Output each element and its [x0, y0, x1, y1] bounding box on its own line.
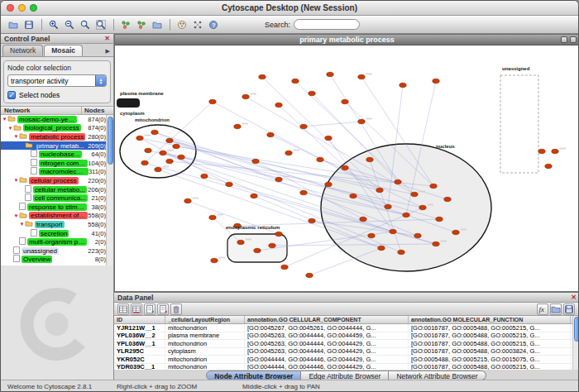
graph-node[interactable]	[145, 148, 151, 152]
graph-node[interactable]	[234, 124, 241, 128]
tree-row[interactable]: cell communica...21(0)	[1, 194, 113, 203]
graph-node[interactable]	[395, 179, 401, 184]
graph-node[interactable]	[398, 250, 404, 254]
graph-node[interactable]	[403, 213, 409, 217]
table-scrollbar[interactable]	[572, 316, 579, 371]
tree-row[interactable]: ▼biological_process874(0)	[1, 124, 113, 133]
tree-scrollbar[interactable]	[106, 115, 113, 265]
tree-scrollbar-thumb[interactable]	[108, 117, 113, 165]
graph-node[interactable]	[411, 192, 418, 196]
data-panel-close-icon[interactable]	[571, 294, 577, 301]
tree-row[interactable]: nitrogen compo...104(0)	[1, 159, 113, 168]
graph-node[interactable]	[390, 229, 396, 233]
graph-node[interactable]	[226, 182, 232, 186]
graph-node[interactable]	[209, 99, 216, 103]
create-network-icon[interactable]	[134, 17, 149, 32]
tree-row[interactable]: ▼cellular process220(0)	[1, 176, 113, 185]
graph-node[interactable]	[269, 243, 275, 247]
table-row[interactable]: YLR295Ccytoplasm[GO:0045263, GO:0044444,…	[114, 348, 579, 356]
graph-node[interactable]	[368, 233, 375, 237]
tree-expand-icon[interactable]: ▼	[2, 117, 7, 122]
tree-row[interactable]: cellular metabo...206(0)	[1, 185, 113, 194]
graph-node[interactable]	[275, 177, 282, 181]
graph-node[interactable]	[376, 188, 383, 192]
titlebar[interactable]: Cytoscape Desktop (New Session)	[1, 1, 578, 16]
graph-node[interactable]	[281, 265, 288, 269]
graph-node[interactable]	[155, 167, 161, 171]
select-all-attributes-icon[interactable]	[117, 304, 129, 315]
column-header[interactable]: _cellularLayoutRegion	[165, 316, 245, 323]
graph-node[interactable]	[342, 99, 348, 103]
graph-node[interactable]	[327, 72, 333, 76]
new-attribute-icon[interactable]	[144, 304, 156, 315]
tree-row[interactable]: secretion41(0)	[1, 229, 113, 238]
table-scrollbar-thumb[interactable]	[574, 317, 579, 342]
graph-node[interactable]	[385, 204, 391, 208]
graph-node[interactable]	[166, 138, 173, 142]
graph-node[interactable]	[436, 217, 443, 221]
graph-node[interactable]	[300, 190, 307, 194]
tree-row[interactable]: macromolecule...311(0)	[1, 168, 113, 177]
graph-node[interactable]	[141, 160, 148, 165]
graph-node[interactable]	[251, 194, 257, 198]
graph-node[interactable]	[252, 159, 259, 163]
graph-node[interactable]	[378, 246, 385, 250]
graph-node[interactable]	[211, 258, 218, 262]
table-row[interactable]: YKR052Cmitochondrion[GO:0044444, GO:0044…	[114, 356, 579, 364]
graph-node[interactable]	[414, 233, 421, 237]
graph-node[interactable]	[275, 103, 282, 107]
graph-node[interactable]	[358, 119, 365, 123]
graph-node[interactable]	[419, 205, 426, 209]
network-view-titlebar[interactable]: primary metabolic process	[115, 35, 579, 45]
trash-icon[interactable]	[170, 304, 182, 315]
tree-row[interactable]: primary metab...209(0)	[1, 141, 113, 151]
graph-node[interactable]	[400, 83, 406, 87]
graph-node[interactable]	[452, 230, 459, 234]
graph-node[interactable]	[151, 130, 158, 134]
attribute-table-header[interactable]: ID_cellularLayoutRegionannotation.GO CEL…	[114, 316, 579, 324]
graph-node[interactable]	[360, 217, 366, 221]
graph-node[interactable]	[306, 273, 313, 277]
vizmapper-icon[interactable]	[175, 17, 189, 32]
graph-node[interactable]	[285, 151, 292, 155]
graph-node[interactable]	[259, 74, 266, 79]
unselect-attributes-icon[interactable]	[131, 304, 142, 315]
node-color-dropdown[interactable]: transporter activity	[7, 74, 107, 87]
tree-row[interactable]: ▼metabolic process280(0)	[1, 132, 113, 141]
column-header[interactable]: annotation.GO CELLULAR_COMPONENT	[245, 316, 409, 323]
minimize-window-button[interactable]	[18, 4, 26, 12]
tree-expand-icon[interactable]: ▼	[13, 213, 19, 218]
zoom-window-button[interactable]	[30, 4, 37, 12]
graph-node[interactable]	[325, 136, 332, 140]
function-builder-icon[interactable]: fx	[537, 304, 548, 315]
graph-node[interactable]	[237, 240, 244, 244]
help-icon[interactable]: ?	[206, 17, 221, 32]
zoom-selected-icon[interactable]	[78, 17, 93, 32]
import-network-icon[interactable]	[150, 17, 165, 32]
graph-node[interactable]	[242, 94, 249, 98]
graph-node[interactable]	[433, 79, 439, 83]
tree-row[interactable]: ▼establishment of lo...558(0)	[1, 212, 113, 221]
graph-node[interactable]	[275, 232, 282, 236]
graph-node[interactable]	[538, 149, 545, 153]
table-row[interactable]: YJR121W__1mitochondrion[GO:0045267, GO:0…	[114, 324, 579, 332]
graph-node[interactable]	[430, 184, 437, 188]
graph-node[interactable]	[325, 182, 332, 186]
graph-node[interactable]	[317, 157, 323, 161]
graph-node[interactable]	[166, 159, 173, 163]
graph-node[interactable]	[292, 79, 299, 83]
table-row[interactable]: YPL036W__1mitochondrion[GO:0045263, GO:0…	[114, 340, 579, 348]
graph-node[interactable]	[309, 218, 315, 222]
tab-network[interactable]: Network	[2, 45, 43, 56]
search-input[interactable]	[294, 19, 360, 30]
network-overview-icon[interactable]	[118, 17, 133, 32]
graph-node[interactable]	[309, 91, 315, 95]
tree-expand-icon[interactable]: ▼	[7, 126, 13, 131]
graph-node[interactable]	[545, 164, 552, 168]
graph-node[interactable]	[267, 132, 274, 136]
column-header[interactable]: ID	[114, 316, 165, 323]
graph-node[interactable]	[136, 136, 143, 140]
delete-attribute-icon[interactable]	[157, 304, 169, 315]
graph-node[interactable]	[160, 151, 166, 155]
zoom-in-icon[interactable]	[46, 17, 61, 32]
